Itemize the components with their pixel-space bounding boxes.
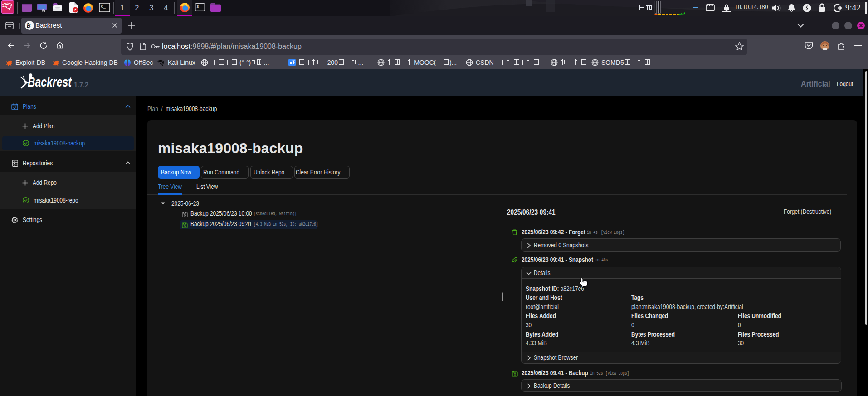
svg-text:$_: $_ (101, 5, 106, 10)
svg-text:$_: $_ (197, 5, 201, 9)
